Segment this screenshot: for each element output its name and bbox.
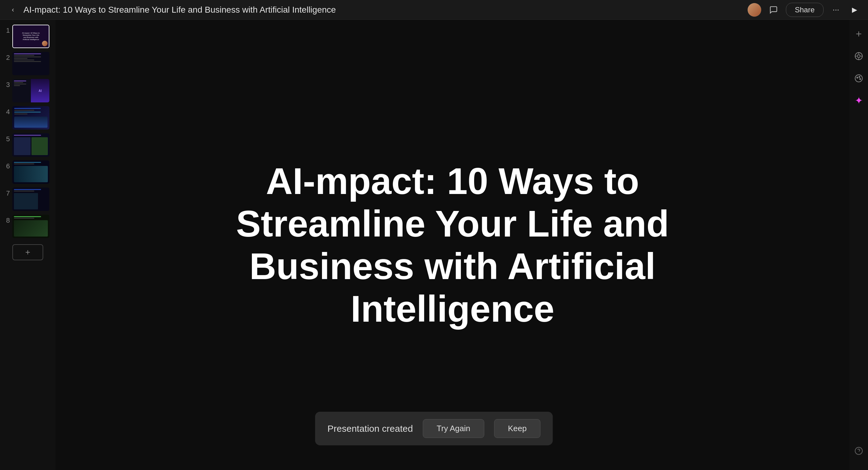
slide-item[interactable]: 7 bbox=[3, 188, 53, 211]
slide-thumbnail[interactable]: AI bbox=[12, 79, 50, 102]
top-bar: ‹ AI-mpact: 10 Ways to Streamline Your L… bbox=[0, 0, 868, 20]
slide-item[interactable]: 6 bbox=[3, 160, 53, 184]
slide-thumb-cols bbox=[14, 137, 48, 155]
svg-point-12 bbox=[855, 447, 862, 454]
chat-icon[interactable] bbox=[767, 4, 780, 16]
slide-number: 3 bbox=[3, 81, 10, 89]
toast-message: Presentation created bbox=[328, 424, 413, 434]
slide-thumb-right: AI bbox=[31, 79, 50, 102]
slide-thumb-line bbox=[14, 82, 23, 83]
slide-thumbnail[interactable] bbox=[12, 52, 50, 75]
keep-button[interactable]: Keep bbox=[494, 419, 540, 438]
slide-main-title: AI-mpact: 10 Ways to Streamline Your Lif… bbox=[206, 160, 700, 330]
slide-thumb-visual bbox=[14, 220, 48, 237]
zoom-in-icon[interactable] bbox=[852, 27, 866, 41]
help-icon[interactable] bbox=[852, 444, 866, 458]
slide-thumbnail[interactable] bbox=[12, 133, 50, 157]
slide-item[interactable]: 1 AI-mpact: 10 Ways toStreamline Your Li… bbox=[3, 25, 53, 48]
slide-number: 5 bbox=[3, 135, 10, 143]
slide-thumb-line bbox=[14, 58, 28, 59]
add-slide-button[interactable]: + bbox=[12, 244, 43, 260]
slide-thumb-line bbox=[14, 216, 41, 217]
slide-thumb-cols bbox=[14, 193, 48, 209]
slide-thumb-col bbox=[31, 137, 48, 155]
slide-thumbnail[interactable] bbox=[12, 106, 50, 130]
slide-thumb-line bbox=[14, 112, 41, 112]
slide-thumbnail[interactable] bbox=[12, 160, 50, 184]
top-bar-actions: Share ··· ▶ bbox=[748, 3, 861, 17]
play-button[interactable]: ▶ bbox=[848, 4, 861, 16]
slide-thumb-line bbox=[14, 162, 41, 163]
target-icon[interactable] bbox=[852, 49, 866, 63]
slide-thumbnail[interactable] bbox=[12, 188, 50, 211]
slide-thumb-visual bbox=[14, 116, 48, 128]
slide-number: 6 bbox=[3, 162, 10, 170]
slide-thumb-line bbox=[14, 85, 20, 86]
slide-thumb-line bbox=[14, 53, 41, 54]
toast-notification: Presentation created Try Again Keep bbox=[315, 412, 553, 445]
slide-item[interactable]: 3 AI bbox=[3, 79, 53, 102]
slide-thumb-line bbox=[14, 80, 26, 81]
slide-number: 1 bbox=[3, 27, 10, 35]
avatar[interactable] bbox=[748, 3, 761, 16]
svg-point-8 bbox=[855, 75, 862, 82]
slide-number: 2 bbox=[3, 54, 10, 62]
main-slide-area: AI-mpact: 10 Ways to Streamline Your Lif… bbox=[56, 20, 849, 470]
slide-thumb-line bbox=[14, 55, 34, 56]
slides-panel: 1 AI-mpact: 10 Ways toStreamline Your Li… bbox=[0, 20, 56, 470]
slide-thumb-left bbox=[12, 79, 31, 102]
share-button[interactable]: Share bbox=[786, 3, 824, 17]
svg-point-10 bbox=[859, 76, 860, 78]
slide-thumb-col bbox=[14, 137, 31, 155]
slide-thumb-line bbox=[14, 218, 34, 219]
slide-item[interactable]: 8 bbox=[3, 215, 53, 238]
slide-thumb-line bbox=[14, 189, 41, 190]
slide-thumb-line bbox=[14, 61, 41, 62]
svg-point-11 bbox=[860, 79, 861, 80]
slide-number: 8 bbox=[3, 216, 10, 225]
svg-point-3 bbox=[857, 55, 860, 57]
avatar-image bbox=[748, 3, 761, 16]
try-again-button[interactable]: Try Again bbox=[423, 419, 484, 438]
back-button[interactable]: ‹ bbox=[7, 4, 19, 15]
slide-thumb-line bbox=[14, 60, 34, 61]
slide-item[interactable]: 5 bbox=[3, 133, 53, 157]
slide-thumb-line bbox=[14, 113, 28, 114]
slide-thumb-line bbox=[14, 108, 41, 109]
svg-point-9 bbox=[857, 77, 858, 78]
slide-thumb-line bbox=[14, 163, 34, 164]
slide-thumb-visual bbox=[14, 166, 48, 182]
slide-thumbnail[interactable] bbox=[12, 215, 50, 238]
slide-thumb-line bbox=[14, 110, 34, 111]
slide-thumb-line bbox=[14, 191, 34, 192]
right-sidebar: ✦ bbox=[849, 20, 868, 470]
slide-thumb-line bbox=[14, 83, 26, 85]
slide-thumb-col bbox=[14, 193, 38, 209]
sparkle-icon[interactable]: ✦ bbox=[852, 94, 866, 107]
slide-number: 7 bbox=[3, 189, 10, 197]
slide-thumb-text: AI-mpact: 10 Ways toStreamline Your Life… bbox=[22, 32, 39, 41]
slide-item[interactable]: 4 bbox=[3, 106, 53, 130]
more-options-icon[interactable]: ··· bbox=[830, 4, 842, 16]
slide-thumb-line bbox=[14, 57, 41, 57]
slide-thumbnail[interactable]: AI-mpact: 10 Ways toStreamline Your Life… bbox=[12, 25, 50, 48]
slide-thumb-line bbox=[14, 135, 41, 136]
slide-thumb-avatar bbox=[42, 41, 48, 46]
slide-number: 4 bbox=[3, 108, 10, 116]
palette-icon[interactable] bbox=[852, 72, 866, 85]
slide-item[interactable]: 2 bbox=[3, 52, 53, 75]
presentation-title: AI-mpact: 10 Ways to Streamline Your Lif… bbox=[24, 5, 743, 15]
